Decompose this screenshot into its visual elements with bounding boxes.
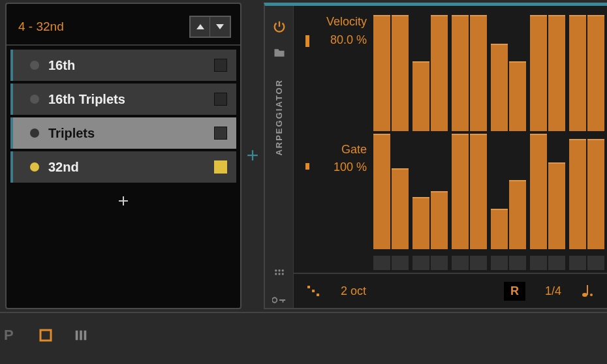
bar-step[interactable] [530,15,565,131]
bar[interactable] [470,134,487,250]
folder-button[interactable] [272,45,287,61]
bar-step[interactable] [412,134,448,250]
list-item[interactable]: Triplets [10,117,236,149]
power-icon [272,20,287,34]
add-preset-button[interactable] [10,185,236,217]
gate-track[interactable] [373,134,604,250]
svg-rect-12 [40,330,51,341]
step-cell[interactable] [530,256,547,270]
list-item-swatch[interactable] [214,93,227,106]
bar-step[interactable] [373,15,409,131]
bar[interactable] [452,15,469,131]
bar[interactable] [452,134,469,250]
list-item-swatch[interactable] [214,160,227,174]
octaves-param[interactable]: 2 oct [341,284,366,298]
bar-step[interactable] [412,15,448,131]
bar[interactable] [431,191,448,249]
velocity-label-block: Velocity 80.0 % [302,15,373,143]
bar[interactable] [431,15,448,131]
step-cell-pair[interactable] [452,256,487,270]
step-cell[interactable] [373,256,390,270]
step-cell[interactable] [491,256,508,270]
step-cell-pair[interactable] [373,256,409,270]
bar-step[interactable] [530,134,565,250]
step-cell[interactable] [587,256,604,270]
svg-point-11 [590,294,593,296]
bar[interactable] [373,15,390,131]
step-cell[interactable] [431,256,448,270]
list-item-swatch[interactable] [214,127,227,140]
bar[interactable] [392,15,409,131]
bar[interactable] [373,134,390,250]
grid-view-button[interactable] [272,266,287,282]
bar[interactable] [509,180,526,250]
bar[interactable] [491,44,508,130]
bar[interactable] [569,15,586,131]
bar[interactable] [491,209,508,249]
step-cell[interactable] [412,256,429,270]
step-cell-pair[interactable] [491,256,526,270]
list-item[interactable]: 16th Triplets [10,83,236,115]
power-button[interactable] [272,19,287,35]
velocity-indicator[interactable] [305,35,309,47]
svg-point-1 [278,269,280,271]
bar[interactable] [587,15,604,131]
bar-step[interactable] [569,134,604,250]
bar-step[interactable] [452,15,487,131]
partial-glyph: P [4,327,14,344]
bar[interactable] [530,134,547,250]
bar[interactable] [509,61,526,131]
step-cell-pair[interactable] [530,256,565,270]
view-columns-button[interactable] [72,327,89,344]
bar[interactable] [548,15,565,131]
grid-icon [273,268,285,280]
svg-point-4 [278,273,280,275]
chart-labels: Velocity 80.0 % Gate 100 % [302,15,373,270]
note-value-param[interactable] [581,284,594,298]
step-cell-pair[interactable] [569,256,604,270]
bar[interactable] [530,15,547,131]
bar[interactable] [392,168,409,249]
mode-param[interactable]: R [504,282,525,301]
step-cell[interactable] [509,256,526,270]
step-cell[interactable] [392,256,409,270]
bar[interactable] [569,139,586,249]
bar[interactable] [412,197,429,249]
bar[interactable] [470,15,487,131]
step-cell-pair[interactable] [412,256,448,270]
bar-step[interactable] [491,15,526,131]
view-single-button[interactable] [37,327,54,344]
list-item[interactable]: 32nd [10,151,236,183]
bar[interactable] [548,162,565,249]
step-cell[interactable] [548,256,565,270]
bar-step[interactable] [569,15,604,131]
bar-step[interactable] [373,134,409,250]
list-item[interactable]: 16th [10,50,236,81]
gate-value[interactable]: 100 % [334,160,367,174]
svg-point-9 [582,293,587,297]
dotted-note-icon [581,284,594,298]
add-device-button[interactable] [247,147,258,165]
list-item-swatch[interactable] [214,59,227,72]
columns-icon [74,328,88,342]
step-cell[interactable] [452,256,469,270]
device-side-strip: ARPEGGIATOR [265,6,294,308]
velocity-value[interactable]: 80.0 % [330,33,367,47]
bar[interactable] [412,61,429,131]
preset-dropdown-label[interactable]: 4 - 32nd [18,20,64,34]
pattern-param[interactable] [307,285,321,297]
step-cell[interactable] [569,256,586,270]
step-cell[interactable] [470,256,487,270]
velocity-track[interactable] [373,15,604,131]
list-item-label: 16th Triplets [48,92,205,107]
bar-step[interactable] [491,134,526,250]
preset-prev-button[interactable] [191,17,210,37]
gate-indicator[interactable] [305,163,309,170]
list-item-label: 32nd [48,160,205,175]
rate-param[interactable]: 1/4 [545,284,561,298]
key-button[interactable] [272,292,287,308]
bar-step[interactable] [452,134,487,250]
preset-next-button[interactable] [210,17,230,37]
bar[interactable] [587,139,604,249]
svg-point-5 [281,273,283,275]
